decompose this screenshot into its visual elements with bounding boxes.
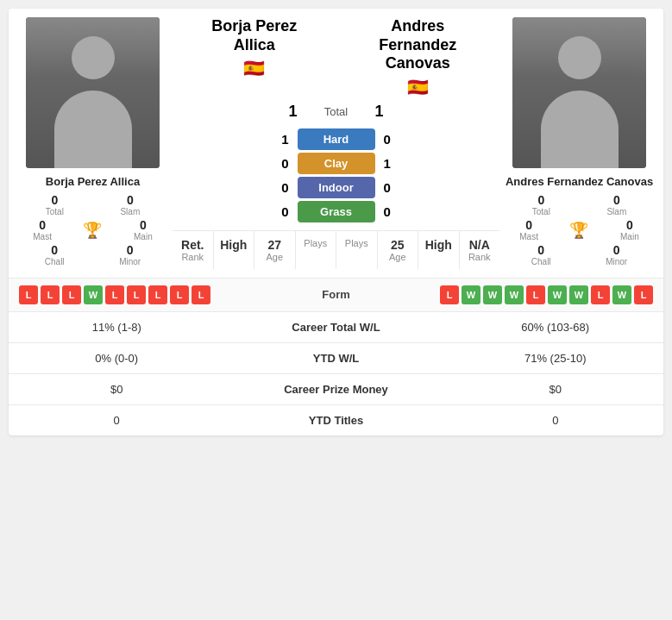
- win-badge: W: [84, 285, 103, 304]
- surface-rows: 1 Hard 0 0 Clay 1 0 Indoor 0 0 Grass: [173, 126, 499, 225]
- left-rank-val: Ret.: [181, 238, 204, 252]
- right-player-avatar: [512, 17, 646, 168]
- left-trophy-icon: 🏆: [83, 221, 102, 240]
- left-minor: 0 Minor: [119, 243, 141, 266]
- stat-left-val: 0: [9, 404, 224, 435]
- loss-badge: L: [148, 285, 167, 304]
- bottom-center-stats: Ret. Rank High 27 Age Plays Plays 25: [173, 230, 499, 269]
- clay-score-right: 1: [375, 156, 397, 171]
- form-label: Form: [302, 288, 371, 301]
- stat-left-val: 0% (0-0): [9, 342, 224, 373]
- stat-row: 0 YTD Titles 0: [9, 404, 663, 435]
- left-total-val: 0: [51, 193, 58, 207]
- left-slam-lbl: Slam: [120, 207, 140, 216]
- loss-badge: L: [41, 285, 60, 304]
- total-score-left: 1: [280, 103, 306, 121]
- left-total: 0 Total: [46, 193, 64, 216]
- left-main: 0 Main: [134, 218, 153, 241]
- stat-center-label: Career Prize Money: [224, 373, 447, 404]
- right-stat-row-1: 0 Total 0 Slam: [504, 193, 655, 216]
- right-mast-lbl: Mast: [519, 232, 538, 241]
- right-trophy-icon: 🏆: [569, 221, 588, 240]
- stat-row: 0% (0-0) YTD W/L 71% (25-10): [9, 342, 663, 373]
- left-player-section: Borja Perez Allica 0 Total 0 Slam 0 Ma: [17, 17, 168, 269]
- right-rank-stat: N/A Rank: [460, 231, 500, 269]
- surface-row-grass: 0 Grass 0: [173, 201, 499, 222]
- left-high-stat: High: [214, 231, 255, 269]
- right-mast-val: 0: [525, 218, 532, 232]
- left-avatar-silhouette: [26, 17, 160, 168]
- form-row: LLLWLLLLL Form LWWWLWWLWL: [9, 278, 663, 311]
- stat-right-val: 71% (25-10): [448, 342, 663, 373]
- right-stat-row-3: 0 Chall 0 Minor: [504, 243, 655, 266]
- left-total-lbl: Total: [46, 207, 64, 216]
- right-rank-val: N/A: [469, 238, 490, 252]
- win-badge: W: [612, 285, 631, 304]
- right-player-stats: 0 Total 0 Slam 0 Mast 🏆 0: [504, 193, 655, 266]
- stat-left-val: 11% (1-8): [9, 311, 224, 342]
- stat-center-label: YTD Titles: [224, 404, 447, 435]
- form-badges-left: LLLWLLLLL: [19, 285, 302, 304]
- win-badge: W: [569, 285, 588, 304]
- left-slam: 0 Slam: [120, 193, 140, 216]
- total-score-right: 1: [367, 103, 393, 121]
- player2-display-name: Andres Fernandez Canovas: [336, 17, 500, 73]
- win-badge: W: [505, 285, 524, 304]
- surface-row-indoor: 0 Indoor 0: [173, 177, 499, 198]
- left-age-lbl: Age: [266, 252, 283, 262]
- loss-badge: L: [634, 285, 653, 304]
- surface-row-clay: 0 Clay 1: [173, 153, 499, 174]
- loss-badge: L: [170, 285, 189, 304]
- right-player-name: Andres Fernandez Canovas: [506, 175, 653, 188]
- left-stat-row-1: 0 Total 0 Slam: [17, 193, 168, 216]
- hard-score-left: 1: [276, 132, 298, 147]
- right-age-val: 25: [391, 238, 405, 252]
- left-plays-lbl: Plays: [304, 238, 327, 248]
- right-player-section: Andres Fernandez Canovas 0 Total 0 Slam …: [504, 17, 655, 269]
- right-chall: 0 Chall: [531, 243, 551, 266]
- right-total-val: 0: [537, 193, 544, 207]
- right-avatar-silhouette: [512, 17, 646, 168]
- right-rank-lbl: Rank: [468, 252, 491, 262]
- loss-badge: L: [19, 285, 38, 304]
- right-total: 0 Total: [532, 193, 550, 216]
- right-center-name: Andres Fernandez Canovas 🇪🇸: [336, 17, 500, 97]
- clay-button[interactable]: Clay: [298, 153, 375, 174]
- form-badges-right: LWWWLWWLWL: [371, 285, 654, 304]
- stat-left-val: $0: [9, 373, 224, 404]
- left-player-name: Borja Perez Allica: [46, 175, 140, 188]
- indoor-button[interactable]: Indoor: [298, 177, 375, 198]
- total-label: Total: [306, 105, 367, 118]
- indoor-score-right: 0: [375, 180, 397, 195]
- center-content: Borja Perez Allica 🇪🇸 Andres Fernandez C…: [173, 17, 499, 269]
- win-badge: W: [548, 285, 567, 304]
- stat-right-val: $0: [448, 373, 663, 404]
- left-mast: 0 Mast: [33, 218, 52, 241]
- stat-row: $0 Career Prize Money $0: [9, 373, 663, 404]
- loss-badge: L: [62, 285, 81, 304]
- total-scores-row: 1 Total 1: [173, 103, 499, 121]
- player1-flag: 🇪🇸: [173, 58, 336, 78]
- loss-badge: L: [192, 285, 210, 304]
- left-chall: 0 Chall: [45, 243, 65, 266]
- stat-row: 11% (1-8) Career Total W/L 60% (103-68): [9, 311, 663, 342]
- right-chall-val: 0: [537, 243, 544, 257]
- stat-center-label: YTD W/L: [224, 342, 447, 373]
- stat-right-val: 60% (103-68): [448, 311, 663, 342]
- right-slam: 0 Slam: [606, 193, 626, 216]
- right-main-val: 0: [626, 218, 633, 232]
- right-plays-lbl: Plays: [345, 238, 368, 248]
- right-chall-lbl: Chall: [531, 257, 551, 266]
- right-slam-val: 0: [613, 193, 620, 207]
- left-slam-val: 0: [127, 193, 134, 207]
- surface-row-hard: 1 Hard 0: [173, 128, 499, 150]
- hard-score-right: 0: [375, 132, 397, 147]
- hard-button[interactable]: Hard: [298, 128, 375, 150]
- left-main-lbl: Main: [134, 232, 153, 241]
- left-chall-lbl: Chall: [45, 257, 65, 266]
- stat-center-label: Career Total W/L: [224, 311, 447, 342]
- grass-button[interactable]: Grass: [298, 201, 375, 222]
- grass-score-left: 0: [276, 204, 298, 219]
- win-badge: W: [462, 285, 480, 304]
- left-stat-row-3: 0 Chall 0 Minor: [17, 243, 168, 266]
